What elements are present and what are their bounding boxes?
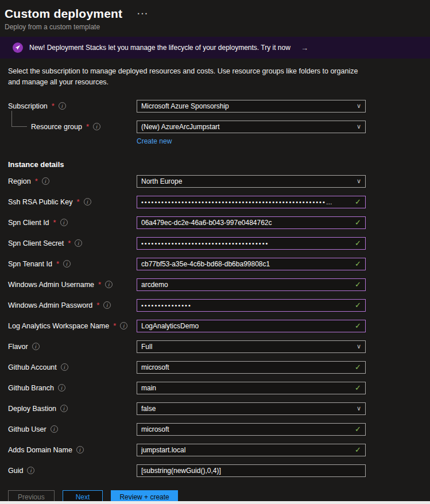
page-subtitle: Deploy from a custom template	[5, 23, 425, 31]
github-user-value: microsoft	[141, 425, 351, 433]
ssh-rsa-public-key-input[interactable]: ••••••••••••••••••••••••••••••••••••••••…	[137, 196, 366, 208]
guid-label: Guid	[8, 467, 23, 475]
info-icon[interactable]: i	[84, 198, 91, 206]
bottom-edge-strip	[0, 501, 430, 504]
deployment-stacks-banner[interactable]: New! Deployment Stacks let you manage th…	[0, 37, 430, 59]
subscription-value: Microsoft Azure Sponsorship	[141, 102, 353, 110]
adds-domain-name-label: Adds Domain Name	[8, 446, 72, 454]
form-row-windows-admin-username: Windows Admin Username * i arcdemo ✓	[0, 274, 430, 295]
instance-details-heading: Instance details	[8, 160, 430, 169]
resource-group-select[interactable]: (New) AzureArcJumpstart ∨	[137, 121, 366, 133]
form-row-region: Region * i North Europe ∨	[0, 171, 430, 192]
required-asterisk: *	[56, 259, 59, 268]
page-header: Custom deployment ··· Deploy from a cust…	[0, 0, 430, 31]
windows-admin-username-input[interactable]: arcdemo ✓	[137, 278, 366, 291]
intro-text: Select the subscription to manage deploy…	[8, 66, 359, 88]
region-label: Region	[8, 177, 31, 185]
form-row-spn-client-secret: Spn Client Secret * i ••••••••••••••••••…	[0, 233, 430, 254]
info-icon[interactable]: i	[105, 281, 113, 288]
subscription-label: Subscription	[8, 102, 48, 110]
required-asterisk: *	[35, 177, 38, 185]
required-asterisk: *	[77, 197, 80, 206]
form-row-adds-domain-name: Adds Domain Name i jumpstart.local ✓	[0, 440, 430, 460]
spn-client-secret-label: Spn Client Secret	[8, 239, 64, 247]
spn-tenant-id-value: cb77bf53-a35e-4c6b-bd68-db6ba99808c1	[141, 260, 351, 268]
chevron-down-icon: ∨	[357, 405, 361, 412]
adds-domain-name-input[interactable]: jumpstart.local ✓	[137, 444, 366, 456]
required-asterisk: *	[53, 218, 56, 227]
create-new-link[interactable]: Create new	[137, 137, 172, 149]
form-row-github-user: Github User i microsoft ✓	[0, 419, 430, 440]
windows-admin-username-label: Windows Admin Username	[8, 281, 94, 289]
info-icon[interactable]: i	[32, 343, 40, 350]
info-icon[interactable]: i	[75, 239, 82, 247]
info-icon[interactable]: i	[42, 177, 49, 185]
checkmark-icon: ✓	[355, 322, 361, 329]
resource-group-label: Resource group	[31, 123, 82, 131]
spn-client-id-value: 06a479ec-dc2e-46a6-b043-997e0484762c	[141, 219, 351, 227]
spn-client-id-input[interactable]: 06a479ec-dc2e-46a6-b043-997e0484762c ✓	[137, 216, 366, 229]
log-analytics-workspace-name-value: LogAnalyticsDemo	[141, 322, 351, 330]
info-icon[interactable]: i	[59, 102, 66, 110]
spn-tenant-id-input[interactable]: cb77bf53-a35e-4c6b-bd68-db6ba99808c1 ✓	[137, 258, 366, 270]
subscription-select[interactable]: Microsoft Azure Sponsorship ∨	[137, 100, 366, 113]
rocket-icon	[13, 42, 23, 53]
windows-admin-password-input[interactable]: ••••••••••••••• ✓	[137, 299, 366, 312]
form-row-guid: Guid i [substring(newGuid(),0,4)]	[0, 460, 430, 481]
deploy-bastion-value: false	[141, 405, 353, 413]
page-title: Custom deployment	[5, 7, 122, 21]
chevron-down-icon: ∨	[357, 123, 361, 130]
flavor-label: Flavor	[8, 343, 28, 351]
tree-connector	[11, 111, 27, 127]
checkmark-icon: ✓	[355, 219, 361, 226]
required-asterisk: *	[98, 280, 101, 289]
region-value: North Europe	[141, 177, 353, 185]
github-user-input[interactable]: microsoft ✓	[137, 423, 366, 436]
checkmark-icon: ✓	[355, 239, 361, 247]
spn-client-secret-input[interactable]: •••••••••••••••••••••••••••••••••••••• ✓	[137, 237, 366, 250]
info-icon[interactable]: i	[61, 363, 68, 371]
info-icon[interactable]: i	[60, 219, 68, 226]
form-row-log-analytics-workspace-name: Log Analytics Workspace Name * i LogAnal…	[0, 316, 430, 336]
deploy-bastion-select[interactable]: false ∨	[137, 402, 366, 415]
windows-admin-username-value: arcdemo	[141, 281, 351, 289]
info-icon[interactable]: i	[76, 446, 84, 453]
spn-tenant-id-label: Spn Tenant Id	[8, 260, 52, 268]
form-row-spn-client-id: Spn Client Id * i 06a479ec-dc2e-46a6-b04…	[0, 212, 430, 233]
guid-input[interactable]: [substring(newGuid(),0,4)]	[137, 464, 366, 477]
info-icon[interactable]: i	[51, 425, 58, 433]
subscription-row: Subscription * i Microsoft Azure Sponsor…	[0, 96, 430, 117]
spn-client-id-label: Spn Client Id	[8, 219, 49, 227]
required-asterisk: *	[52, 102, 55, 110]
checkmark-icon: ✓	[355, 446, 361, 453]
github-branch-label: Github Branch	[8, 384, 54, 392]
form-row-ssh-rsa-public-key: Ssh RSA Public Key * i •••••••••••••••••…	[0, 192, 430, 212]
flavor-value: Full	[141, 343, 353, 351]
spn-client-secret-value: ••••••••••••••••••••••••••••••••••••••	[141, 240, 351, 247]
arrow-right-icon: →	[301, 44, 308, 52]
info-icon[interactable]: i	[58, 384, 65, 391]
github-branch-input[interactable]: main ✓	[137, 382, 366, 394]
region-select[interactable]: North Europe ∨	[137, 175, 366, 188]
info-icon[interactable]: i	[63, 260, 71, 267]
checkmark-icon: ✓	[355, 363, 361, 371]
info-icon[interactable]: i	[60, 405, 68, 412]
checkmark-icon: ✓	[355, 384, 361, 391]
info-icon[interactable]: i	[27, 467, 34, 474]
github-account-value: microsoft	[141, 363, 351, 371]
required-asterisk: *	[86, 122, 89, 131]
log-analytics-workspace-name-input[interactable]: LogAnalyticsDemo ✓	[137, 320, 366, 332]
info-icon[interactable]: i	[103, 301, 111, 309]
deploy-bastion-label: Deploy Bastion	[8, 405, 56, 413]
flavor-select[interactable]: Full ∨	[137, 340, 366, 353]
info-icon[interactable]: i	[93, 123, 100, 130]
more-options-button[interactable]: ···	[137, 9, 149, 18]
info-icon[interactable]: i	[120, 322, 127, 329]
checkmark-icon: ✓	[355, 260, 361, 267]
adds-domain-name-value: jumpstart.local	[141, 446, 351, 454]
github-user-label: Github User	[8, 425, 47, 433]
github-account-input[interactable]: microsoft ✓	[137, 361, 366, 374]
instance-fields: Region * i North Europe ∨ Ssh RSA Public…	[0, 171, 430, 481]
form-row-github-account: Github Account i microsoft ✓	[0, 357, 430, 378]
checkmark-icon: ✓	[355, 281, 361, 288]
